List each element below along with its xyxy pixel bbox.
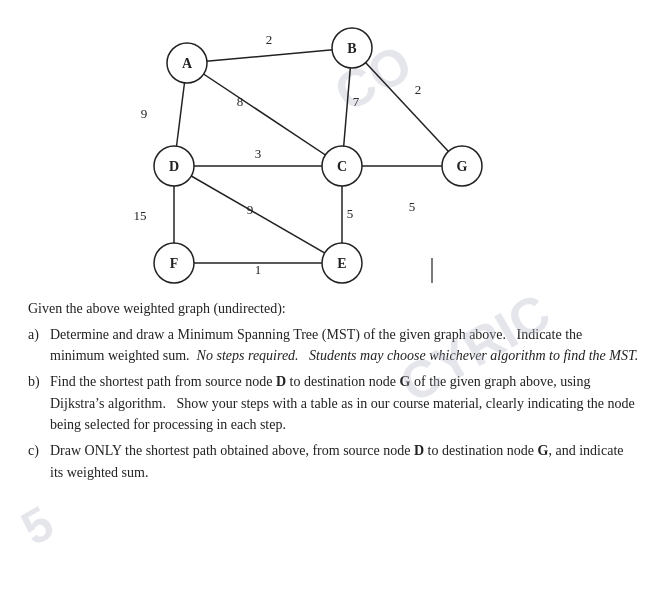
svg-line-2 [187, 63, 342, 166]
svg-line-0 [187, 48, 352, 63]
svg-text:7: 7 [352, 94, 359, 109]
svg-text:3: 3 [254, 146, 261, 161]
svg-line-4 [352, 48, 462, 166]
graph-diagram: 2 9 8 7 2 3 15 9 5 5 1 A B C D E [122, 18, 542, 288]
item-a-content: Determine and draw a Minimum Spanning Tr… [50, 324, 639, 367]
svg-text:G: G [456, 159, 467, 174]
intro-text: Given the above weighted graph (undirect… [28, 298, 639, 320]
svg-text:2: 2 [414, 82, 421, 97]
svg-text:15: 15 [133, 208, 146, 223]
item-a: a) Determine and draw a Minimum Spanning… [28, 324, 639, 367]
node-d-ref: D [276, 374, 286, 389]
item-c-label: c) [28, 440, 50, 483]
node-d-ref-2: D [414, 443, 424, 458]
svg-text:F: F [169, 256, 178, 271]
svg-text:9: 9 [246, 202, 253, 217]
svg-line-7 [174, 166, 342, 263]
svg-text:A: A [181, 56, 192, 71]
svg-text:5: 5 [408, 199, 415, 214]
svg-text:C: C [336, 159, 346, 174]
item-b-label: b) [28, 371, 50, 436]
item-a-italic: No steps required. Students may choose w… [197, 348, 639, 363]
text-section: Given the above weighted graph (undirect… [24, 298, 639, 484]
svg-text:8: 8 [236, 94, 243, 109]
item-b: b) Find the shortest path from source no… [28, 371, 639, 436]
svg-text:1: 1 [254, 262, 261, 277]
svg-text:B: B [347, 41, 356, 56]
node-g-ref: G [400, 374, 411, 389]
svg-text:2: 2 [265, 32, 272, 47]
watermark-3: 5 [12, 495, 63, 556]
svg-text:D: D [168, 159, 178, 174]
node-g-ref-2: G [538, 443, 549, 458]
item-b-content: Find the shortest path from source node … [50, 371, 639, 436]
item-c: c) Draw ONLY the shortest path obtained … [28, 440, 639, 483]
svg-text:E: E [337, 256, 346, 271]
svg-text:5: 5 [346, 206, 353, 221]
item-a-label: a) [28, 324, 50, 367]
svg-text:9: 9 [140, 106, 147, 121]
item-c-content: Draw ONLY the shortest path obtained abo… [50, 440, 639, 483]
